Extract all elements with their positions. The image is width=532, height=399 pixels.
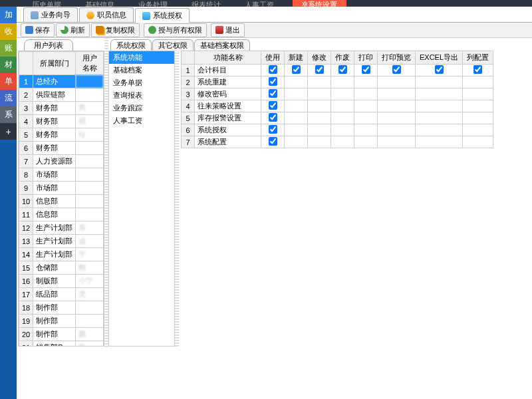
col-dept[interactable]: 所属部门 <box>33 52 76 75</box>
perm-cell[interactable] <box>308 136 331 148</box>
user-row[interactable]: 7人力资源部 <box>19 155 104 168</box>
perm-cell[interactable] <box>261 112 285 124</box>
user-row[interactable]: 10信息部 <box>19 195 104 208</box>
perm-cell[interactable] <box>285 124 308 136</box>
perm-cell[interactable] <box>261 88 285 100</box>
system-settings-button[interactable]: ✲ 系统设置 <box>293 0 346 7</box>
perm-cell[interactable] <box>285 112 308 124</box>
side-xi[interactable]: 系 <box>0 106 17 123</box>
perm-cell[interactable] <box>378 136 416 148</box>
perm-cell[interactable] <box>354 76 378 88</box>
perm-cell[interactable] <box>463 76 493 88</box>
user-row[interactable]: 16制版部小宁 <box>19 275 104 288</box>
perm-checkbox[interactable] <box>435 65 444 74</box>
perm-cell[interactable] <box>463 124 493 136</box>
perm-checkbox[interactable] <box>292 65 301 74</box>
perm-col[interactable]: 列配置 <box>463 51 493 65</box>
perm-cell[interactable] <box>331 100 354 112</box>
perm-col[interactable]: 功能名称 <box>195 51 261 65</box>
perm-cell[interactable] <box>261 65 285 76</box>
perm-cell[interactable] <box>308 100 331 112</box>
perm-cell[interactable] <box>416 100 463 112</box>
tab-system-auth[interactable]: 系统授权 <box>135 8 190 23</box>
grant-all-button[interactable]: 授与所有权限 <box>144 23 207 37</box>
splitter[interactable] <box>175 51 179 346</box>
topmenu-item[interactable]: 人事工资 <box>233 0 286 7</box>
col-name[interactable]: 用户名称 <box>76 52 104 75</box>
perm-cell[interactable] <box>354 124 378 136</box>
perm-checkbox[interactable] <box>269 77 277 86</box>
perm-cell[interactable] <box>416 76 463 88</box>
topmenu-item[interactable]: 基础信息 <box>73 0 126 7</box>
perm-col[interactable]: EXCEL导出 <box>416 51 463 65</box>
perm-cell[interactable] <box>285 88 308 100</box>
perm-cell[interactable] <box>378 124 416 136</box>
perm-checkbox[interactable] <box>269 125 277 134</box>
user-row[interactable]: 6财务部 <box>19 142 104 155</box>
perm-col[interactable]: 打印预览 <box>378 51 416 65</box>
perm-cell[interactable] <box>378 76 416 88</box>
side-shou[interactable]: 收 <box>0 23 17 40</box>
perm-checkbox[interactable] <box>269 137 277 146</box>
perm-cell[interactable] <box>308 65 331 76</box>
topmenu-item[interactable]: 历史单据 <box>20 0 73 7</box>
side-cai[interactable]: 材 <box>0 57 17 73</box>
perm-cell[interactable] <box>261 100 285 112</box>
perm-checkbox[interactable] <box>269 101 277 110</box>
tree-node[interactable]: 业务单据 <box>109 76 174 89</box>
tab-business-guide[interactable]: 业务向导 <box>23 7 78 22</box>
perm-cell[interactable] <box>416 136 463 148</box>
perm-cell[interactable] <box>463 88 493 100</box>
side-liu[interactable]: 流 <box>0 90 17 106</box>
tree-node[interactable]: 人事工资 <box>109 114 174 127</box>
save-button[interactable]: 保存 <box>21 23 55 37</box>
side-dan[interactable]: 单 <box>0 73 17 90</box>
user-row[interactable]: 4财务部明 <box>19 115 104 128</box>
perm-cell[interactable] <box>261 76 285 88</box>
perm-cell[interactable] <box>331 76 354 88</box>
tree-node[interactable]: 查询报表 <box>109 89 174 102</box>
perm-cell[interactable] <box>463 100 493 112</box>
user-row[interactable]: 13生产计划部成 <box>19 235 104 248</box>
user-row[interactable]: 17纸品部龙 <box>19 288 104 301</box>
perm-col[interactable]: 修改 <box>308 51 331 65</box>
tab-other-perm[interactable]: 其它权限 <box>152 39 194 51</box>
perm-cell[interactable] <box>463 112 493 124</box>
perm-cell[interactable] <box>416 124 463 136</box>
perm-cell[interactable] <box>416 112 463 124</box>
perm-cell[interactable] <box>308 112 331 124</box>
perm-cell[interactable] <box>378 65 416 76</box>
user-row[interactable]: 20制作部鹏 <box>19 328 104 341</box>
side-add[interactable]: 加 <box>0 7 17 23</box>
user-row[interactable]: 18制作部 <box>19 301 104 315</box>
user-row[interactable]: 8市场部 <box>19 168 104 182</box>
tree-node[interactable]: 系统功能 <box>109 51 174 64</box>
perm-col[interactable] <box>182 51 195 65</box>
perm-col[interactable]: 使用 <box>261 51 285 65</box>
perm-checkbox[interactable] <box>269 89 277 98</box>
perm-cell[interactable] <box>416 88 463 100</box>
perm-col[interactable]: 作废 <box>331 51 354 65</box>
user-row[interactable]: 9市场部 <box>19 182 104 195</box>
perm-cell[interactable] <box>463 65 493 76</box>
perm-cell[interactable] <box>331 112 354 124</box>
perm-cell[interactable] <box>354 136 378 148</box>
user-row[interactable]: 19制作部 <box>19 315 104 328</box>
tree-node[interactable]: 基础档案 <box>109 64 174 76</box>
perm-cell[interactable] <box>331 65 354 76</box>
copy-perm-button[interactable]: 复制权限 <box>91 23 140 37</box>
user-row[interactable]: 21销售部B芳 <box>19 341 104 347</box>
tree-node[interactable]: 业务跟踪 <box>109 102 174 114</box>
perm-cell[interactable] <box>463 136 493 148</box>
perm-cell[interactable] <box>378 100 416 112</box>
perm-cell[interactable] <box>261 124 285 136</box>
perm-checkbox[interactable] <box>392 65 401 74</box>
perm-cell[interactable] <box>354 112 378 124</box>
perm-checkbox[interactable] <box>269 113 277 122</box>
perm-cell[interactable] <box>331 136 354 148</box>
perm-checkbox[interactable] <box>473 65 482 74</box>
perm-cell[interactable] <box>331 88 354 100</box>
perm-checkbox[interactable] <box>338 65 347 74</box>
perm-cell[interactable] <box>308 76 331 88</box>
perm-cell[interactable] <box>354 65 378 76</box>
